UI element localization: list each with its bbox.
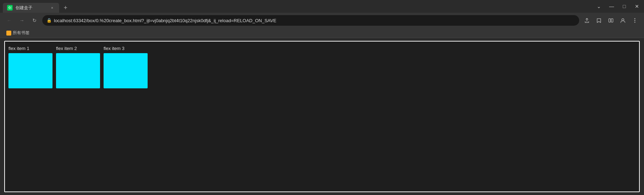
dropdown-button[interactable]: ⌄: [595, 2, 603, 11]
profile-button[interactable]: [618, 15, 628, 25]
flex-item-2-box: [56, 53, 100, 88]
lock-icon: 🔒: [47, 18, 52, 23]
tab-favicon: 创: [7, 5, 13, 11]
flex-item-3: flex item 3: [104, 45, 149, 88]
folder-icon: [6, 31, 11, 36]
address-actions: [582, 15, 640, 25]
reload-button[interactable]: ↻: [30, 15, 39, 25]
back-button[interactable]: ←: [4, 15, 14, 25]
bookmarks-bar: 所有书签: [0, 28, 644, 38]
close-button[interactable]: ✕: [633, 2, 641, 11]
flex-item-2: flex item 2: [56, 45, 102, 88]
split-view-button[interactable]: [606, 15, 616, 25]
svg-point-5: [634, 22, 636, 23]
title-bar: 创 创建盒子 × + ⌄ — □ ✕: [0, 0, 644, 13]
url-bar[interactable]: 🔒 localhost:63342/box/0.%20create_box.ht…: [42, 15, 579, 26]
svg-rect-0: [609, 19, 611, 22]
address-bar: ← → ↻ 🔒 localhost:63342/box/0.%20create_…: [0, 13, 644, 28]
svg-point-4: [634, 20, 636, 21]
bookmark-button[interactable]: [594, 15, 604, 25]
bookmarks-label: 所有书签: [13, 30, 30, 36]
flex-item-2-label: flex item 2: [56, 45, 102, 52]
content-area: flex item 1 flex item 2 flex item 3: [4, 41, 640, 192]
svg-point-3: [634, 18, 636, 19]
maximize-button[interactable]: □: [620, 2, 628, 11]
forward-button[interactable]: →: [17, 15, 27, 25]
flex-item-3-box: [104, 53, 148, 88]
share-button[interactable]: [582, 15, 592, 25]
menu-button[interactable]: [630, 15, 640, 25]
tab-title: 创建盒子: [16, 5, 47, 11]
flex-item-3-label: flex item 3: [104, 45, 149, 52]
new-tab-button[interactable]: +: [61, 3, 70, 13]
minimize-button[interactable]: —: [607, 2, 616, 11]
flex-item-1-label: flex item 1: [8, 45, 54, 52]
bookmarks-folder[interactable]: 所有书签: [4, 29, 32, 37]
flex-item-1: flex item 1: [8, 45, 54, 88]
flex-item-1-box: [8, 53, 52, 88]
active-tab[interactable]: 创 创建盒子 ×: [3, 3, 59, 13]
window-controls: ⌄ — □ ✕: [595, 2, 641, 11]
tab-area: 创 创建盒子 × +: [3, 0, 595, 13]
url-text: localhost:63342/box/0.%20create_box.html…: [54, 18, 575, 23]
tab-close-button[interactable]: ×: [49, 5, 55, 11]
svg-point-2: [622, 19, 624, 21]
svg-rect-1: [611, 19, 613, 22]
